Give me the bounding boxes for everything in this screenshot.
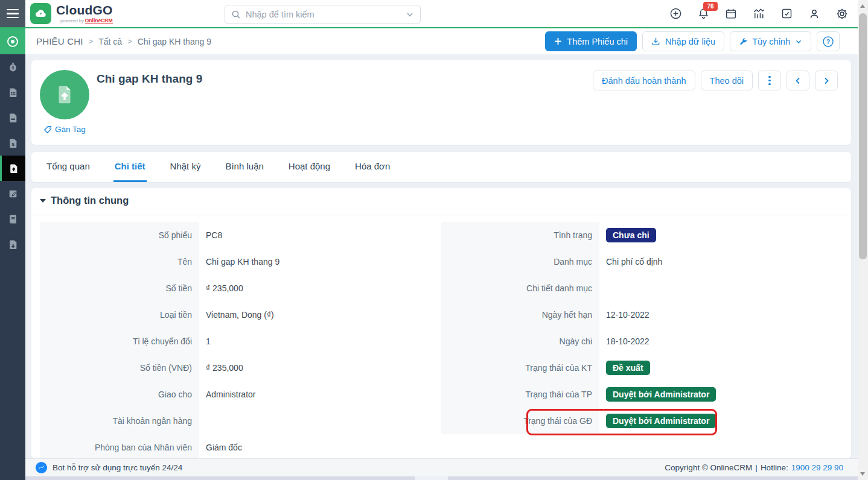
status-badge: Duyệt bởi Administrator [606, 387, 716, 402]
user-icon[interactable] [806, 6, 822, 22]
field-label: Tình trạng [441, 222, 599, 248]
field-label: Trạng thái của TP [441, 381, 599, 408]
field-value: ₫ 235,000 [199, 363, 432, 373]
field-label: Tên [40, 248, 199, 275]
chevron-down-icon [795, 38, 802, 45]
support-bot-text: Bot hỗ trợ sử dụng trực tuyến 24/24 [53, 463, 182, 472]
plus-icon [554, 37, 562, 45]
breadcrumb-item-all[interactable]: Tất cả [98, 37, 122, 46]
hotline-number[interactable]: 1900 29 29 90 [791, 463, 843, 472]
chevron-right-icon [822, 77, 831, 85]
scroll-up-icon[interactable] [860, 4, 865, 8]
vertical-scrollbar[interactable] [858, 0, 868, 480]
tab-journal[interactable]: Nhật ký [169, 152, 202, 182]
field-label: Trạng thái của GĐ [441, 408, 599, 434]
field-row: Trạng thái của TPDuyệt bởi Administrator [441, 381, 843, 408]
support-bot-link[interactable]: Bot hỗ trợ sử dụng trực tuyến 24/24 [35, 461, 182, 474]
field-row: Số phiếuPC8 [40, 222, 432, 248]
record-title: Chi gap KH thang 9 [97, 72, 202, 86]
sidebar-item-invoice[interactable] [0, 105, 25, 130]
field-row: Trạng thái của KTĐề xuất [441, 355, 843, 381]
field-label: Trạng thái của KT [441, 355, 599, 381]
chevron-down-icon[interactable] [406, 10, 414, 19]
footer-bar: Bot hỗ trợ sử dụng trực tuyến 24/24 Copy… [25, 458, 858, 476]
section-toggle-general-info[interactable]: Thông tin chung [40, 195, 129, 206]
breadcrumb-item-record: Chi gap KH thang 9 [138, 37, 211, 46]
breadcrumb-separator: > [89, 37, 94, 46]
wrench-icon [739, 37, 747, 46]
field-value: ₫ 235,000 [199, 283, 432, 293]
left-sidebar: $ $ [0, 54, 25, 480]
follow-button[interactable]: Theo dõi [701, 71, 753, 90]
field-value: Vietnam, Dong (₫) [199, 310, 432, 320]
sidebar-item-money-bag[interactable]: $ [0, 54, 25, 80]
hamburger-menu-icon[interactable] [0, 0, 25, 27]
sidebar-item-note-edit[interactable] [0, 181, 25, 206]
logo-text: CloudGO [56, 3, 113, 17]
more-options-button[interactable] [758, 71, 781, 90]
sidebar-item-voucher-in[interactable] [0, 232, 25, 257]
import-icon [651, 37, 660, 46]
field-value: 18-10-2022 [599, 336, 843, 346]
customize-button[interactable]: Tùy chỉnh [730, 31, 811, 51]
field-label: Loại tiền [40, 302, 199, 328]
sidebar-item-receipt-dollar[interactable]: $ [0, 130, 25, 156]
section-title: Thông tin chung [51, 195, 129, 206]
kebab-icon [768, 76, 771, 86]
tab-comments[interactable]: Bình luận [224, 152, 264, 182]
top-bar: CloudGO powered by OnlineCRM 76 [0, 0, 868, 28]
vertical-scrollbar-thumb[interactable] [859, 13, 867, 259]
mark-complete-button[interactable]: Đánh dấu hoàn thành [593, 71, 695, 90]
horizontal-scrollbar[interactable] [25, 476, 858, 480]
gear-icon[interactable] [834, 6, 850, 22]
notifications-bell-icon[interactable]: 76 [695, 6, 711, 22]
status-badge: Chưa chi [606, 228, 656, 242]
breadcrumb-module[interactable]: PHIẾU CHI [36, 36, 83, 46]
analytics-icon[interactable] [751, 6, 767, 22]
field-label: Số tiền [40, 275, 199, 302]
previous-record-button[interactable] [787, 71, 809, 90]
import-data-button[interactable]: Nhập dữ liệu [642, 31, 724, 51]
search-input[interactable] [246, 10, 401, 19]
field-row: Tình trạngChưa chi [441, 222, 843, 248]
field-value: Chi phí cố định [599, 257, 843, 267]
breadcrumb: PHIẾU CHI > Tất cả > Chi gap KH thang 9 [36, 36, 211, 46]
active-module-icon[interactable] [0, 28, 25, 54]
chevron-left-icon [794, 77, 802, 85]
tab-details[interactable]: Chi tiết [113, 152, 147, 182]
field-label: Tỉ lệ chuyển đổi [40, 328, 199, 355]
scroll-down-icon[interactable] [860, 472, 865, 476]
svg-text:?: ? [826, 38, 830, 45]
add-voucher-button[interactable]: Thêm Phiếu chi [545, 31, 637, 51]
tab-overview[interactable]: Tổng quan [45, 152, 91, 182]
tab-invoices[interactable]: Hóa đơn [354, 152, 391, 182]
status-badge: Duyệt bởi Administrator [606, 414, 716, 428]
field-value: Chi gap KH thang 9 [199, 257, 432, 267]
next-record-button[interactable] [815, 71, 838, 90]
field-row: Ngày chi18-10-2022 [441, 328, 843, 355]
help-button[interactable]: ? [817, 31, 840, 51]
horizontal-scrollbar-thumb[interactable] [415, 476, 448, 480]
field-row: Tài khoản ngân hàng [40, 408, 432, 434]
status-badge: Đề xuất [606, 361, 650, 375]
collapse-triangle-icon [40, 199, 46, 203]
calendar-icon[interactable] [723, 6, 739, 22]
field-label: Tài khoản ngân hàng [40, 408, 199, 434]
sidebar-item-calculator[interactable] [0, 80, 25, 105]
field-value: PC8 [199, 230, 432, 240]
assign-tag-link[interactable]: Gán Tag [43, 125, 86, 134]
record-avatar [40, 70, 89, 119]
record-tabs: Tổng quan Chi tiết Nhật ký Bình luận Hoạ… [31, 152, 851, 182]
field-row: Ngày hết hạn12-10-2022 [441, 302, 843, 328]
tab-activities[interactable]: Hoạt động [287, 152, 331, 182]
field-row: Số tiền₫ 235,000 [40, 275, 432, 302]
add-quick-icon[interactable] [668, 6, 683, 22]
sidebar-item-ledger-book[interactable] [0, 206, 25, 232]
field-value: 1 [199, 336, 432, 346]
field-row: Giao choAdministrator [40, 381, 432, 408]
task-check-icon[interactable] [779, 6, 794, 22]
app-logo[interactable]: CloudGO powered by OnlineCRM [30, 3, 113, 24]
field-label: Ngày hết hạn [441, 302, 599, 328]
field-label: Số tiền (VNĐ) [40, 355, 199, 381]
sidebar-item-voucher-out-active[interactable] [0, 156, 25, 181]
